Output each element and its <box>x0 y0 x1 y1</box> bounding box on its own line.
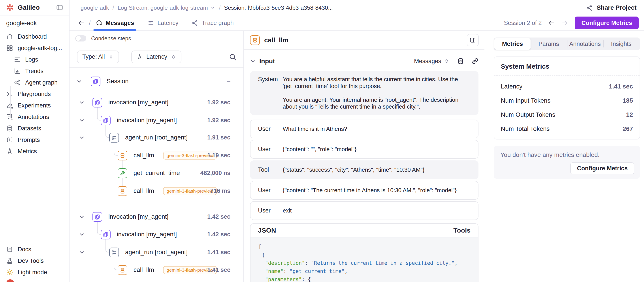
sort-filter-select[interactable]: Latency <box>131 50 182 63</box>
message-card-user[interactable]: User What time is it in Athens? <box>250 120 478 138</box>
tab-trace-graph[interactable]: Trace graph <box>191 15 234 31</box>
code-token: "parameters" <box>265 276 302 282</box>
raw-data-icon[interactable] <box>457 58 464 65</box>
tab-latency[interactable]: Latency <box>146 15 180 31</box>
select-chevrons-icon <box>108 54 114 60</box>
type-filter-label: Type: All <box>82 54 105 60</box>
message-card-tool[interactable]: Tool {"status": "success", "city": "Athe… <box>250 160 478 179</box>
view-mode-select[interactable]: Messages <box>414 58 450 65</box>
tree-row-label: call_llm <box>134 187 154 194</box>
tree-row-call-llm[interactable]: call_llm gemini-3-flash-preview 1.19 sec <box>70 151 244 160</box>
tab-params[interactable]: Params <box>530 38 567 50</box>
tab-metrics[interactable]: Metrics <box>494 38 530 50</box>
search-icon[interactable] <box>228 53 237 61</box>
tab-messages[interactable]: Messages <box>95 15 135 31</box>
sidebar-item-log-stream[interactable]: google-adk-log... <box>0 42 69 54</box>
code-token: : <box>284 268 290 274</box>
sidebar-item-datasets[interactable]: Datasets <box>0 123 69 134</box>
configure-metrics-secondary-button[interactable]: Configure Metrics <box>570 162 634 174</box>
share-project-button[interactable]: Share Project <box>586 4 636 11</box>
llm-icon <box>250 35 260 45</box>
sidebar-item-trends[interactable]: Trends <box>0 65 69 77</box>
next-session-icon[interactable] <box>562 20 568 26</box>
type-filter-select[interactable]: Type: All <box>77 50 119 63</box>
tree-row-duration: 1.91 sec <box>207 134 230 141</box>
detail-body: Input Messages System You are a helpful … <box>244 50 484 282</box>
llm-icon <box>118 186 127 196</box>
tree-row-get-current-time[interactable]: get_current_time 482,000 ns <box>70 168 244 178</box>
link-icon[interactable] <box>472 58 479 65</box>
tree-row-label: agent_run [root_agent] <box>125 134 188 141</box>
detail-header: call_llm <box>244 31 484 50</box>
configure-metrics-button[interactable]: Configure Metrics <box>575 16 639 29</box>
sidebar-item-docs[interactable]: Docs <box>0 244 69 255</box>
chevron-down-icon[interactable] <box>79 134 85 141</box>
tree-row-invocation[interactable]: invocation [my_agent] 1.42 sec <box>70 230 244 240</box>
sidebar-item-dashboard[interactable]: Dashboard <box>0 31 69 42</box>
session-count: Session 2 of 2 <box>504 20 542 26</box>
breadcrumb-log-stream[interactable]: Log Stream: google-adk-log-stream <box>118 4 208 11</box>
json-code-block[interactable]: [ { "description": "Returns the current … <box>250 238 478 282</box>
prompts-icon <box>6 136 13 144</box>
tab-insights[interactable]: Insights <box>603 38 639 50</box>
chevron-down-icon[interactable] <box>210 5 216 10</box>
message-card-system[interactable]: System You are a helpful assistant that … <box>250 71 478 115</box>
agent-run-icon <box>109 133 119 142</box>
invocation-icon <box>101 230 110 240</box>
metric-row-input-tokens: Num Input Tokens 185 <box>501 97 633 104</box>
message-card-user[interactable]: User {"content": "", "role": "model"} <box>250 140 478 159</box>
code-token: : <box>305 260 311 266</box>
code-token: "Returns the current time in a specified… <box>311 260 455 266</box>
message-text: {"content": "", "role": "model"} <box>283 146 478 153</box>
tree-row-invocation[interactable]: invocation [my_agent] 1.42 sec <box>70 212 244 222</box>
tree-row-invocation[interactable]: invocation [my_agent] 1.92 sec <box>70 98 244 108</box>
condense-steps-toggle[interactable] <box>75 35 86 42</box>
chevron-down-icon[interactable] <box>79 214 85 220</box>
nav-guide-line <box>10 86 10 118</box>
toggle-right-panel-icon[interactable] <box>467 34 479 46</box>
tree-row-call-llm[interactable]: call_llm gemini-3-flash-preview 716 ms <box>70 186 244 196</box>
collapse-sidebar-icon[interactable] <box>56 4 63 11</box>
chevron-down-icon[interactable] <box>79 249 85 256</box>
chevron-down-icon[interactable] <box>79 232 85 238</box>
chevron-down-icon[interactable] <box>250 58 256 64</box>
breadcrumb-separator: / <box>219 4 220 11</box>
message-card-user[interactable]: User {"content": "The current time in At… <box>250 181 478 200</box>
chevron-down-icon[interactable] <box>76 78 82 84</box>
tree-connector <box>122 178 123 186</box>
llm-icon <box>118 151 127 160</box>
sidebar-item-prompts[interactable]: Prompts <box>0 134 69 146</box>
code-token: "description" <box>265 260 305 266</box>
tree-row-agent-run[interactable]: agent_run [root_agent] 1.41 sec <box>70 248 244 257</box>
sidebar-item-light-mode[interactable]: Light mode <box>0 266 69 278</box>
sidebar-item-logs[interactable]: Logs <box>0 54 69 65</box>
breadcrumb-project[interactable]: google-adk <box>80 4 109 11</box>
dashed-divider <box>494 76 640 76</box>
tree-row-invocation[interactable]: invocation [my_agent] 1.92 sec <box>70 116 244 125</box>
sidebar-item-metrics[interactable]: Metrics <box>0 146 69 157</box>
tree-row-agent-run[interactable]: agent_run [root_agent] 1.91 sec <box>70 133 244 142</box>
code-token: { <box>308 276 311 282</box>
sidebar-item-dev-tools[interactable]: Dev Tools <box>0 255 69 266</box>
database-icon <box>6 125 13 132</box>
tree-row-session[interactable]: Session <box>70 76 244 86</box>
latency-metric-icon <box>136 54 143 60</box>
json-subtitle: Tools <box>453 226 470 234</box>
chat-bubble-icon <box>96 20 102 26</box>
chevron-down-icon[interactable] <box>79 100 85 106</box>
filter-row: Type: All Latency <box>70 46 244 68</box>
chevron-down-icon[interactable] <box>79 118 85 124</box>
message-card-user[interactable]: User exit <box>250 201 478 220</box>
metric-row-total-tokens: Num Total Tokens 267 <box>501 125 633 132</box>
tree-row-call-llm-selected[interactable]: call_llm gemini-3-flash-preview 1.41 sec <box>70 265 244 275</box>
user-avatar[interactable] <box>6 279 14 282</box>
tree-row-label: invocation [my_agent] <box>117 231 177 238</box>
previous-session-icon[interactable] <box>548 20 555 26</box>
latency-icon <box>148 20 154 26</box>
message-role: User <box>250 187 283 194</box>
tab-annotations[interactable]: Annotations <box>567 38 603 50</box>
metric-label: Num Output Tokens <box>501 111 555 118</box>
back-arrow-icon[interactable] <box>78 20 85 26</box>
tree-connector <box>122 160 123 168</box>
minus-icon[interactable] <box>227 81 230 82</box>
